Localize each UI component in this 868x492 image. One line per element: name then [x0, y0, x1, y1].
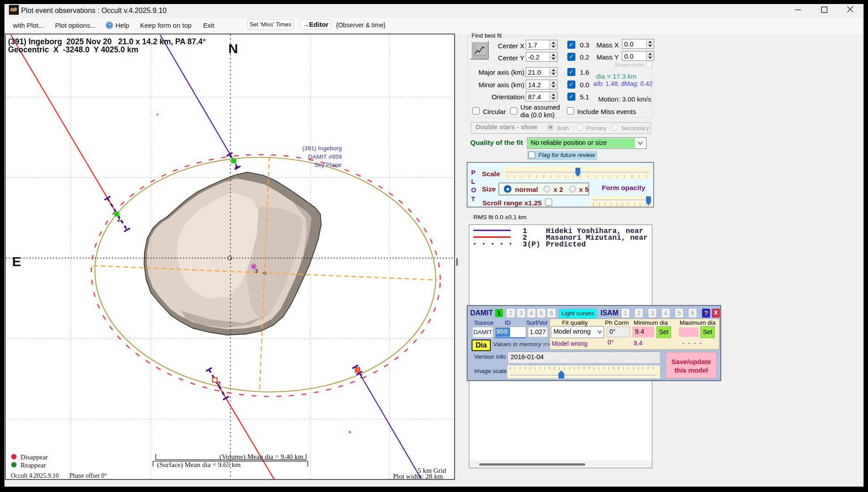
svg-text:2: 2: [217, 380, 221, 387]
svg-text:(391) Ingeborg 2025 Nov 20: (391) Ingeborg 2025 Nov 20 21.0 x 14.2 k…: [8, 37, 206, 46]
svg-text:2: 2: [117, 216, 120, 223]
svg-text:Reappear: Reappear: [21, 462, 46, 469]
svg-text:DAMIT #959: DAMIT #959: [308, 153, 342, 160]
svg-text:1: 1: [360, 373, 363, 379]
svg-text:Sky Plane: Sky Plane: [314, 161, 341, 168]
svg-text:(391) Ingeborg: (391) Ingeborg: [302, 145, 342, 152]
svg-text:Occult 4.2025.9.10: Occult 4.2025.9.10: [11, 472, 59, 479]
svg-text:Geocentric X -3248.0 Y 4025: Geocentric X -3248.0 Y 4025.0 km: [8, 45, 138, 54]
svg-text:E: E: [12, 254, 21, 269]
svg-text:1: 1: [234, 163, 238, 169]
svg-text:Predicted: Predicted: [546, 240, 586, 249]
svg-text:Disappear: Disappear: [21, 454, 48, 461]
svg-text:?: ?: [108, 23, 111, 28]
svg-text:3(P): 3(P): [523, 240, 540, 249]
svg-text:(Surface) Mean dia = 9.65 km: (Surface) Mean dia = 9.65 km: [157, 461, 241, 469]
svg-text:Phase offset 0°: Phase offset 0°: [69, 472, 107, 479]
svg-text:3: 3: [255, 268, 258, 274]
svg-text:N: N: [228, 41, 238, 56]
svg-text:Plot width: 28 km: Plot width: 28 km: [393, 472, 443, 479]
